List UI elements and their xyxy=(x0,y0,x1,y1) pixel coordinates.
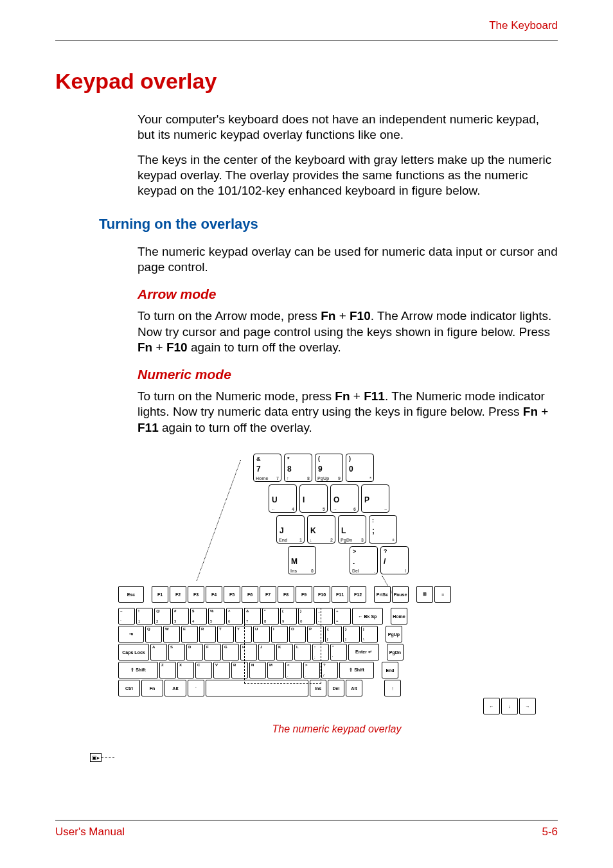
kbd-key: F xyxy=(204,644,221,660)
kbd-key: F12 xyxy=(350,586,366,603)
kbd-key: F2 xyxy=(170,586,186,603)
kbd-key: T xyxy=(217,626,234,642)
kbd-key: N xyxy=(249,662,266,678)
kbd-key: PgDn xyxy=(387,644,404,660)
zoom-key: MIns0 xyxy=(288,546,316,574)
zoom-key: P− xyxy=(361,484,389,513)
arrow-key-fn: Fn xyxy=(321,309,335,323)
zoom-key: K↓2 xyxy=(307,515,335,544)
kbd-key: J xyxy=(258,644,275,660)
numeric-key-fn: Fn xyxy=(335,389,350,403)
kbd-key: ^6 xyxy=(226,608,243,624)
arrow-key-f10: F10 xyxy=(350,309,371,323)
numeric-pre: To turn on the Numeric mode, press xyxy=(138,389,335,403)
zoom-key: I5 xyxy=(299,484,328,513)
kbd-key: ↑ xyxy=(384,680,401,696)
arrow-plus-2: + xyxy=(152,341,166,354)
kbd-key: O xyxy=(289,626,306,642)
kbd-key: A xyxy=(150,644,167,660)
kbd-key: :; xyxy=(312,644,329,660)
kbd-key: ⇧ Shift xyxy=(118,662,158,678)
keyboard-figure: &7Home7*8↑8(9PgUp9)0*U←4I5O→6P−JEnd1K↓2L… xyxy=(138,454,536,735)
kbd-key: !1 xyxy=(136,608,153,624)
arrow-mode-paragraph: To turn on the Arrow mode, press Fn + F1… xyxy=(138,308,558,355)
header-rule xyxy=(55,40,558,40)
kbd-key: {[ xyxy=(325,626,342,642)
intro-paragraph-2: The keys in the center of the keyboard w… xyxy=(138,152,558,199)
zoom-key: U←4 xyxy=(269,484,297,513)
turning-on-paragraph: The numeric keypad overlay can be used f… xyxy=(138,244,558,276)
zoom-key: )0* xyxy=(346,454,374,482)
kbd-key: Ctrl xyxy=(118,680,140,696)
kbd-key: Ins xyxy=(310,680,326,696)
kbd-key: PgUp xyxy=(386,626,402,642)
kbd-key: → xyxy=(519,698,536,714)
kbd-key: F10 xyxy=(314,586,330,603)
kbd-key: ?/ xyxy=(321,662,338,678)
footer-rule xyxy=(55,820,558,820)
kbd-key: += xyxy=(334,608,351,624)
kbd-key: F9 xyxy=(296,586,312,603)
kbd-key: D xyxy=(186,644,203,660)
zoom-key: :;+ xyxy=(369,515,397,544)
kbd-key: F1 xyxy=(152,586,168,603)
page-title: Keypad overlay xyxy=(55,69,558,94)
numeric-key-f11-2: F11 xyxy=(138,421,159,434)
zoom-key: (9PgUp9 xyxy=(315,454,343,482)
subheading-numeric-mode: Numeric mode xyxy=(138,367,558,382)
kbd-key: P xyxy=(307,626,324,642)
keyboard-full: ▣▸ EscF1F2F3F4F5F6F7F8F9F10F11F12PrtScPa… xyxy=(118,586,536,714)
zoom-key: O→6 xyxy=(330,484,359,513)
kbd-key: *8 xyxy=(262,608,279,624)
arrow-key-f10-2: F10 xyxy=(166,341,188,354)
kbd-key: Caps Lock xyxy=(118,644,149,660)
kbd-key: %5 xyxy=(208,608,225,624)
kbd-key: K xyxy=(276,644,293,660)
zoom-key: *8↑8 xyxy=(284,454,312,482)
kbd-key: _- xyxy=(316,608,333,624)
kbd-key: H xyxy=(240,644,257,660)
kbd-key: (9 xyxy=(280,608,297,624)
figure-caption: The numeric keypad overlay xyxy=(138,723,536,735)
numeric-plus-1: + xyxy=(350,389,364,403)
kbd-key: }] xyxy=(343,626,360,642)
kbd-key: ⇥ xyxy=(118,626,144,642)
kbd-key: B xyxy=(231,662,248,678)
kbd-key: W xyxy=(163,626,180,642)
kbd-key: ≡ xyxy=(434,586,451,603)
kbd-key: Z xyxy=(159,662,176,678)
zoom-key: >.Del. xyxy=(350,546,378,574)
footer-right: 5-6 xyxy=(542,826,558,838)
arrow-key-fn-2: Fn xyxy=(138,341,152,354)
kbd-key: ← Bk Sp xyxy=(352,608,383,624)
kbd-key: G xyxy=(222,644,239,660)
subheading-turning-on: Turning on the overlays xyxy=(99,216,558,233)
numeric-mode-paragraph: To turn on the Numeric mode, press Fn + … xyxy=(138,389,558,436)
kbd-key: S xyxy=(168,644,185,660)
numeric-key-fn-2: Fn xyxy=(523,405,538,418)
kbd-key: Fn xyxy=(141,680,163,696)
kbd-key: ` xyxy=(188,680,204,696)
kbd-key: >. xyxy=(303,662,320,678)
footer-left: User's Manual xyxy=(55,826,125,838)
kbd-key: "' xyxy=(330,644,347,660)
kbd-key: |\ xyxy=(361,626,378,642)
keypad-zoom: &7Home7*8↑8(9PgUp9)0*U←4I5O→6P−JEnd1K↓2L… xyxy=(253,454,536,574)
kbd-key: @2 xyxy=(154,608,171,624)
keyboard-marker-icon: ▣▸ xyxy=(90,753,102,762)
kbd-key: Del xyxy=(328,680,344,696)
kbd-key: M xyxy=(267,662,284,678)
kbd-key: ~` xyxy=(118,608,135,624)
kbd-key: Alt xyxy=(346,680,362,696)
zoom-key: &7Home7 xyxy=(253,454,281,482)
arrow-plus-1: + xyxy=(335,309,350,323)
zoom-key: LPgDn3 xyxy=(338,515,366,544)
numeric-key-f11: F11 xyxy=(364,389,385,403)
kbd-key: I xyxy=(271,626,288,642)
kbd-key: End xyxy=(382,662,398,678)
kbd-key: Q xyxy=(145,626,162,642)
page-footer: User's Manual 5-6 xyxy=(55,820,558,838)
kbd-key: F4 xyxy=(206,586,222,603)
kbd-key: Esc xyxy=(118,586,144,603)
kbd-key: #3 xyxy=(172,608,189,624)
